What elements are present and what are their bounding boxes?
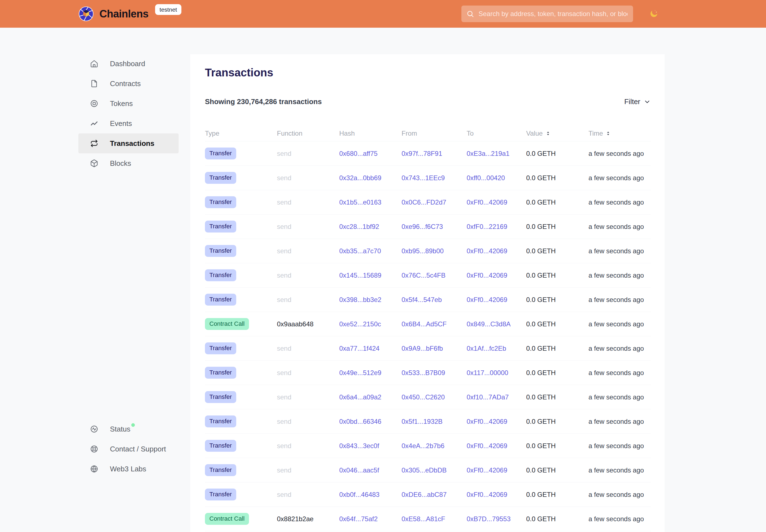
from-address-link[interactable]: 0x4eA...2b7b6 (402, 442, 445, 450)
from-address-link[interactable]: 0x97f...78F91 (402, 150, 442, 157)
sort-icon-time[interactable] (605, 131, 611, 136)
file-icon (90, 79, 98, 88)
tx-hash-link[interactable]: 0x145...15689 (339, 272, 381, 279)
table-row: Transfersend0x32a...0bb690x743...1EEc90x… (205, 166, 651, 190)
from-address-link[interactable]: 0x5f4...547eb (402, 296, 442, 303)
from-address-link[interactable]: 0x0C6...FD2d7 (402, 198, 446, 206)
sidebar-item-dashboard[interactable]: Dashboard (78, 54, 179, 74)
tx-hash-link[interactable]: 0x046...aac5f (339, 466, 379, 474)
table-row: Transfersend0x145...156890x76C...5c4FB0x… (205, 263, 651, 288)
type-badge: Contract Call (205, 513, 249, 525)
sidebar-footer: StatusContact / SupportWeb3 Labs (78, 419, 190, 479)
tx-hash-link[interactable]: 0x64f...75af2 (339, 515, 378, 523)
sidebar-item-contact-support[interactable]: Contact / Support (78, 439, 179, 459)
tx-hash-link[interactable]: 0x6a4...a09a2 (339, 393, 381, 401)
sidebar-item-label: Contracts (110, 79, 141, 88)
tx-time: a few seconds ago (589, 491, 644, 498)
events-icon (90, 119, 98, 128)
filter-button[interactable]: Filter (624, 97, 651, 106)
sidebar-item-blocks[interactable]: Blocks (78, 153, 179, 173)
sort-icon-value[interactable] (545, 131, 551, 136)
tx-hash-link[interactable]: 0x32a...0bb69 (339, 174, 381, 182)
search-input[interactable] (478, 10, 628, 18)
from-address-link[interactable]: 0x5f1...1932B (402, 418, 443, 425)
function-label: send (277, 296, 291, 303)
to-address-link[interactable]: 0xfF0...22169 (467, 223, 507, 230)
sidebar-item-label: Contact / Support (110, 445, 166, 453)
tx-hash-link[interactable]: 0xa77...1f424 (339, 345, 379, 352)
from-address-link[interactable]: 0x76C...5c4FB (402, 272, 446, 279)
column-header-from: From (402, 130, 467, 137)
tx-hash-link[interactable]: 0xb35...a7c70 (339, 247, 381, 255)
from-address-link[interactable]: 0x533...B7B09 (402, 369, 445, 376)
to-address-link[interactable]: 0xB7D...79553 (467, 515, 511, 523)
from-address-link[interactable]: 0x305...eDbDB (402, 466, 447, 474)
tx-hash-link[interactable]: 0x0bd...66346 (339, 418, 381, 425)
function-label: send (277, 418, 291, 425)
repeat-icon (90, 139, 98, 148)
tx-hash-link[interactable]: 0x843...3ec0f (339, 442, 379, 450)
table-row: Transfersend0xa77...1f4240x9A9...bF6fb0x… (205, 336, 651, 361)
to-address-link[interactable]: 0xFf0...42069 (467, 418, 507, 425)
table-row: Transfersend0xc28...1bf920xe96...f6C730x… (205, 215, 651, 239)
from-address-link[interactable]: 0xe96...f6C73 (402, 223, 443, 230)
sidebar-item-web3-labs[interactable]: Web3 Labs (78, 459, 179, 479)
sidebar-item-contracts[interactable]: Contracts (78, 74, 179, 94)
table-row: Transfersend0x49e...512e90x533...B7B090x… (205, 361, 651, 385)
to-address-link[interactable]: 0x1Af...fc2Eb (467, 345, 506, 352)
to-address-link[interactable]: 0xFf0...42069 (467, 442, 507, 450)
tx-hash-link[interactable]: 0xc28...1bf92 (339, 223, 379, 230)
from-address-link[interactable]: 0xE58...A81cF (402, 515, 445, 523)
brand[interactable]: Chainlens testnet (78, 6, 181, 22)
to-address-link[interactable]: 0xFf0...42069 (467, 247, 507, 255)
function-label: send (277, 491, 291, 498)
theme-toggle-button[interactable] (649, 9, 659, 19)
type-badge: Transfer (205, 172, 236, 184)
tx-value: 0.0 GETH (526, 272, 556, 279)
column-header-label: Value (526, 130, 543, 137)
from-address-link[interactable]: 0xb95...89b00 (402, 247, 444, 255)
sidebar-item-events[interactable]: Events (78, 113, 179, 133)
tx-hash-link[interactable]: 0x1b5...e0163 (339, 198, 381, 206)
type-badge: Transfer (205, 489, 236, 500)
to-address-link[interactable]: 0xFf0...42069 (467, 466, 507, 474)
tx-value: 0.0 GETH (526, 515, 556, 523)
from-address-link[interactable]: 0xDE6...abC87 (402, 491, 447, 498)
sidebar-item-status[interactable]: Status (78, 419, 179, 439)
from-address-link[interactable]: 0x743...1EEc9 (402, 174, 445, 182)
tx-hash-link[interactable]: 0x680...aff75 (339, 150, 377, 157)
transactions-count: Showing 230,764,286 transactions (205, 97, 322, 106)
tx-time: a few seconds ago (589, 320, 644, 328)
to-address-link[interactable]: 0x849...C3d8A (467, 320, 511, 328)
to-address-link[interactable]: 0xFf0...42069 (467, 198, 507, 206)
tx-value: 0.0 GETH (526, 466, 556, 474)
tx-time: a few seconds ago (589, 272, 644, 279)
to-address-link[interactable]: 0xE3a...219a1 (467, 150, 510, 157)
to-address-link[interactable]: 0xff0...00420 (467, 174, 505, 182)
sidebar-item-label: Tokens (110, 99, 133, 108)
tx-time: a few seconds ago (589, 442, 644, 450)
sidebar-item-tokens[interactable]: Tokens (78, 94, 179, 113)
function-label: 0x8821b2ae (277, 515, 313, 523)
to-address-link[interactable]: 0xFf0...42069 (467, 272, 507, 279)
function-label: send (277, 345, 291, 352)
from-address-link[interactable]: 0x9A9...bF6fb (402, 345, 443, 352)
search-box (462, 6, 633, 22)
tx-time: a few seconds ago (589, 296, 644, 303)
tx-hash-link[interactable]: 0x49e...512e9 (339, 369, 381, 376)
tx-hash-link[interactable]: 0xb0f...46483 (339, 491, 379, 498)
to-address-link[interactable]: 0xFf0...42069 (467, 296, 507, 303)
globe-icon (90, 465, 98, 473)
tx-value: 0.0 GETH (526, 369, 556, 376)
tx-hash-link[interactable]: 0x398...bb3e2 (339, 296, 381, 303)
from-address-link[interactable]: 0x450...C2620 (402, 393, 445, 401)
function-label: send (277, 198, 291, 206)
from-address-link[interactable]: 0x6B4...Ad5CF (402, 320, 447, 328)
column-header-label: Time (589, 130, 603, 137)
to-address-link[interactable]: 0xFf0...42069 (467, 491, 507, 498)
tx-hash-link[interactable]: 0xe52...2150c (339, 320, 381, 328)
function-label: send (277, 369, 291, 376)
sidebar-item-transactions[interactable]: Transactions (78, 133, 179, 153)
to-address-link[interactable]: 0xf10...7ADa7 (467, 393, 509, 401)
to-address-link[interactable]: 0x117...00000 (467, 369, 508, 376)
